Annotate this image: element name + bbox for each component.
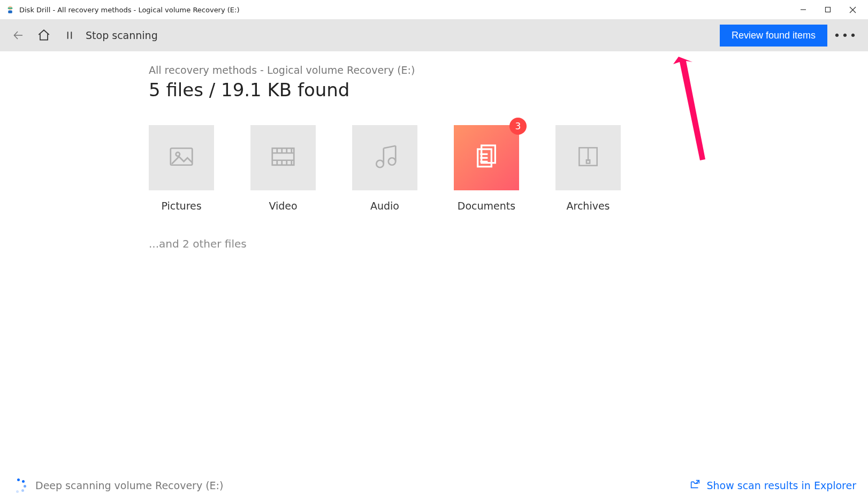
svg-rect-6 xyxy=(826,7,831,12)
window-title: Disk Drill - All recovery methods - Logi… xyxy=(19,6,791,14)
toolbar: Stop scanning Review found items ••• xyxy=(0,19,868,51)
titlebar: Disk Drill - All recovery methods - Logi… xyxy=(0,0,868,19)
breadcrumb: All recovery methods - Logical volume Re… xyxy=(149,64,868,76)
tile-label: Pictures xyxy=(161,200,201,212)
scan-summary: 5 files / 19.1 KB found xyxy=(149,79,868,101)
close-button[interactable] xyxy=(840,2,865,18)
tile-label: Audio xyxy=(370,200,399,212)
app-icon xyxy=(5,5,15,14)
main-content: All recovery methods - Logical volume Re… xyxy=(0,51,868,250)
svg-rect-37 xyxy=(587,160,590,163)
tile-documents[interactable]: 3 Documents xyxy=(454,125,519,212)
pause-button[interactable] xyxy=(57,22,82,48)
svg-point-3 xyxy=(11,7,12,9)
home-button[interactable] xyxy=(31,22,57,48)
video-icon xyxy=(269,142,298,173)
tile-pictures[interactable]: Pictures xyxy=(149,125,214,212)
tile-label: Archives xyxy=(567,200,610,212)
review-found-items-button[interactable]: Review found items xyxy=(720,25,827,47)
spinner-icon xyxy=(12,478,26,492)
back-button[interactable] xyxy=(5,22,31,48)
picture-icon xyxy=(167,142,196,173)
other-files-text: ...and 2 other files xyxy=(149,237,868,250)
tile-video[interactable]: Video xyxy=(250,125,316,212)
status-text: Deep scanning volume Recovery (E:) xyxy=(35,480,689,491)
svg-point-25 xyxy=(376,160,384,168)
maximize-button[interactable] xyxy=(816,2,840,18)
svg-point-26 xyxy=(389,158,396,165)
document-icon xyxy=(471,142,501,174)
tile-audio[interactable]: Audio xyxy=(352,125,417,212)
svg-point-13 xyxy=(176,152,180,156)
count-badge: 3 xyxy=(509,118,527,135)
open-external-icon xyxy=(689,478,701,492)
audio-icon xyxy=(370,142,399,173)
tile-archives[interactable]: Archives xyxy=(555,125,621,212)
stop-scanning-button[interactable]: Stop scanning xyxy=(86,29,158,41)
category-tiles: Pictures Video xyxy=(149,125,868,212)
svg-rect-4 xyxy=(8,11,12,13)
show-in-explorer-link[interactable]: Show scan results in Explorer xyxy=(689,478,856,492)
more-menu-button[interactable]: ••• xyxy=(833,22,858,48)
archive-icon xyxy=(575,143,601,172)
statusbar: Deep scanning volume Recovery (E:) Show … xyxy=(0,469,868,502)
tile-label: Documents xyxy=(458,200,515,212)
svg-rect-1 xyxy=(8,7,13,9)
tile-label: Video xyxy=(269,200,297,212)
svg-line-29 xyxy=(384,146,396,149)
svg-rect-14 xyxy=(272,148,294,165)
minimize-button[interactable] xyxy=(791,2,816,18)
explorer-link-label: Show scan results in Explorer xyxy=(706,480,856,491)
svg-point-2 xyxy=(9,7,10,9)
